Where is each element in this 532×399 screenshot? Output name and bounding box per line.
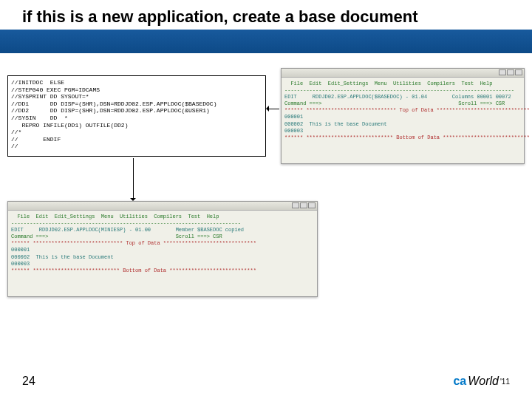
menu-bar[interactable]: File Edit Edit_Settings Menu Utilities C… [284,81,521,87]
terminal-body: File Edit Edit_Settings Menu Utilities C… [282,78,524,144]
close-button[interactable] [515,69,522,75]
top-of-data: ****** ***************************** Top… [284,107,521,114]
jcl-line: //STEP040 EXEC PGM=IDCAMS [11,86,262,94]
terminal-miniesp: File Edit Edit_Settings Menu Utilities C… [7,201,318,297]
bottom-of-data: ****** **************************** Bott… [284,134,521,141]
data-line: 000003 [11,261,314,267]
data-line: 000001 [11,247,314,253]
content-area: //INITDOC ELSE //STEP040 EXEC PGM=IDCAMS… [0,53,532,364]
logo-ca: ca [453,375,466,388]
dataset-line: EDIT RDDJD02.ESP.APPLDOC($BASEDOC) - 01.… [284,94,521,100]
arrow-horizontal [267,109,279,109]
jcl-line: //INITDOC ELSE [11,79,262,86]
jcl-line: // [11,143,262,150]
logo-world: World [468,375,499,388]
jcl-line: //SYSIN DD * [11,115,262,122]
command-line[interactable]: Command ===> Scroll ===> CSR [284,100,521,107]
jcl-line: REPRO INFILE(DD1) OUTFILE(DD2) [11,122,262,129]
jcl-line: //DD2 DD DISP=(SHR),DSN=RDDJD02.ESP.APPL… [11,107,262,115]
command-line[interactable]: Command ===> Scroll ===> CSR [11,233,314,240]
jcl-line: //SYSPRINT DD SYSOUT=* [11,93,262,100]
jcl-code-panel: //INITDOC ELSE //STEP040 EXEC PGM=IDCAMS… [7,75,266,157]
ca-world-logo: ca World '11 [453,375,510,388]
page-title: if this is a new application, create a b… [22,7,510,27]
data-line: 000002 This is the base Document [11,254,314,261]
bottom-of-data: ****** **************************** Bott… [11,267,314,274]
top-of-data: ****** ***************************** Top… [11,240,314,247]
minimize-button[interactable] [292,202,299,208]
data-line: 000003 [284,128,521,134]
data-line: 000002 This is the base Document [284,121,521,128]
jcl-line: //* [11,129,262,136]
terminal-titlebar [282,69,524,78]
ruler: ----------------------------------------… [11,220,314,227]
menu-bar[interactable]: File Edit Edit_Settings Menu Utilities C… [11,214,314,220]
jcl-line: // ENDIF [11,136,262,143]
terminal-basedoc: File Edit Edit_Settings Menu Utilities C… [281,68,525,164]
maximize-button[interactable] [507,69,514,75]
minimize-button[interactable] [499,69,506,75]
arrow-vertical [133,158,134,200]
footer: 24 ca World '11 [0,364,532,399]
terminal-body: File Edit Edit_Settings Menu Utilities C… [8,211,317,277]
title-header: if this is a new application, create a b… [0,0,532,53]
maximize-button[interactable] [300,202,307,208]
jcl-line: //DD1 DD DISP=(SHR),DSN=RDDJD02.ESP.APPL… [11,100,262,108]
page-number: 24 [22,375,35,388]
terminal-titlebar [8,202,317,211]
data-line: 000001 [284,114,521,120]
dataset-line: EDIT RDDJD02.ESP.APPLDOC(MINIESP) - 01.0… [11,227,314,233]
close-button[interactable] [308,202,316,208]
logo-year: '11 [500,378,510,386]
ruler: ----------------------------------------… [284,87,521,94]
